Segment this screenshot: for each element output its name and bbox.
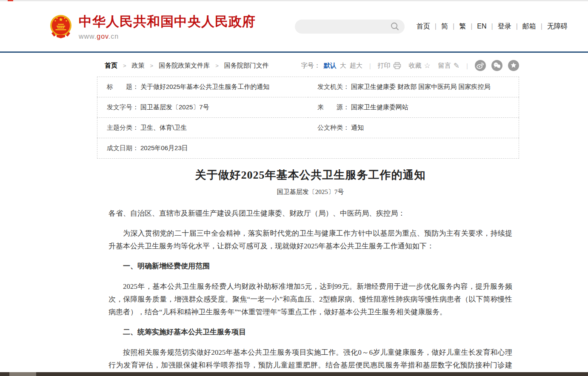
nav-separator: | [453, 23, 454, 30]
print-button[interactable]: 打印 [378, 62, 401, 70]
site-url-www: www. [79, 33, 97, 40]
page-tools: 字号： 默认大超大 | 打印 收藏 ☆ 留言 ✎ | [301, 60, 519, 71]
top-nav-link-3[interactable]: 繁 [459, 22, 466, 31]
breadcrumb-item-4: 国务院部门文件 [224, 62, 269, 70]
meta-value: 国家卫生健康委 财政部 国家中医药局 国家疾控局 [351, 83, 491, 90]
meta-value: 国家卫生健康委网站 [351, 103, 408, 111]
main-content: 首页>政策>国务院政策文件库>国务院部门文件 字号： 默认大超大 | 打印 收藏… [97, 60, 519, 376]
breadcrumb-separator: > [150, 63, 154, 69]
tools-separator: | [466, 62, 468, 69]
meta-value: 2025年06月23日 [140, 144, 188, 151]
top-nav-link-2[interactable]: 简 [441, 22, 448, 31]
meta-row: 成文日期：2025年06月23日 [97, 138, 519, 159]
search-icon[interactable] [390, 22, 400, 31]
paragraph: 为深入贯彻党的二十届三中全会精神，落实新时代党的卫生与健康工作方针中以基层为重点… [108, 227, 512, 253]
breadcrumb-item-2[interactable]: 政策 [132, 62, 145, 70]
nav-separator: | [491, 23, 493, 30]
top-nav-link-1[interactable]: 首页 [417, 22, 430, 31]
meta-row: 发文字号：国卫基层发〔2025〕7号来 源：国家卫生健康委网站 [97, 97, 519, 118]
font-size-label: 字号： [301, 62, 320, 70]
meta-label: 主题分类： [107, 124, 139, 131]
meta-label: 公文种类： [317, 124, 349, 131]
header-right: 首页|简|繁|EN|登录|邮箱|无障碍 [295, 20, 568, 34]
meta-cell: 标 题：关于做好2025年基本公共卫生服务工作的通知 [97, 77, 308, 97]
document-paragraphs: 各省、自治区、直辖市及新疆生产建设兵团卫生健康委、财政厅（局）、中医药局、疾控局… [108, 207, 512, 376]
meta-value: 通知 [351, 124, 364, 131]
scrollbar-thumb[interactable] [9, 372, 36, 376]
top-nav-link-7[interactable]: 无障碍 [547, 22, 568, 31]
search-box[interactable] [295, 20, 405, 34]
weibo-icon[interactable] [475, 60, 486, 71]
paragraph: 按照相关服务规范切实做好2025年基本公共卫生服务项目实施工作。强化0～6岁儿童… [108, 346, 512, 376]
meta-label: 标 题： [107, 83, 139, 90]
meta-value: 国卫基层发〔2025〕7号 [140, 103, 209, 111]
top-progress-strip [0, 0, 588, 1]
meta-cell: 主题分类：卫生、体育\卫生 [97, 118, 308, 138]
top-nav: 首页|简|繁|EN|登录|邮箱|无障碍 [417, 22, 568, 31]
top-nav-link-5[interactable]: 登录 [498, 22, 511, 31]
top-nav-link-4[interactable]: EN [477, 23, 486, 30]
paragraph: 2025年，基本公共卫生服务经费人均财政补助标准增加5元，达到99元。新增经费用… [108, 280, 512, 319]
meta-cell: 来 源：国家卫生健康委网站 [308, 97, 519, 118]
tools-separator: | [369, 62, 371, 69]
nav-separator: | [541, 23, 542, 30]
site-brand[interactable]: 中华人民共和国中央人民政府 www.gov.cn [49, 13, 256, 40]
meta-cell: 公文种类：通知 [308, 118, 519, 138]
paragraph: 各省、自治区、直辖市及新疆生产建设兵团卫生健康委、财政厅（局）、中医药局、疾控局… [108, 207, 512, 220]
progress-tick [8, 0, 13, 1]
site-title: 中华人民共和国中央人民政府 [79, 13, 256, 31]
meta-cell: 发文机关：国家卫生健康委 财政部 国家中医药局 国家疾控局 [308, 77, 519, 97]
breadcrumb-separator: > [123, 63, 126, 69]
font-size-option-1[interactable]: 默认 [324, 62, 337, 69]
section-heading: 一、明确新增经费使用范围 [108, 260, 512, 273]
font-size-option-2[interactable]: 大 [340, 62, 346, 69]
section-heading: 二、统筹实施好基本公共卫生服务项目 [108, 326, 512, 339]
header-divider [0, 51, 588, 53]
nav-separator: | [435, 23, 437, 30]
site-url: www.gov.cn [79, 33, 256, 40]
national-emblem-logo [49, 14, 73, 39]
nav-separator: | [516, 23, 518, 30]
print-label: 打印 [378, 62, 391, 70]
favorite-button[interactable]: 收藏 ☆ [409, 61, 431, 70]
comment-label: 留言 [438, 62, 451, 70]
search-input[interactable] [302, 23, 390, 30]
meta-value: 卫生、体育\卫生 [140, 124, 187, 131]
breadcrumb: 首页>政策>国务院政策文件库>国务院部门文件 [97, 62, 269, 70]
comment-button[interactable]: 留言 ✎ [438, 61, 460, 70]
site-header: 中华人民共和国中央人民政府 www.gov.cn 首页|简|繁|EN|登录|邮箱… [0, 0, 588, 51]
site-url-cn: .cn [108, 33, 119, 40]
meta-label: 成文日期： [107, 144, 139, 151]
meta-value: 关于做好2025年基本公共卫生服务工作的通知 [140, 83, 269, 90]
document-number: 国卫基层发〔2025〕7号 [108, 188, 512, 196]
favorite-label: 收藏 [409, 62, 422, 70]
horizontal-scrollbar[interactable] [0, 372, 588, 376]
font-size-options: 默认大超大 [320, 62, 363, 70]
qzone-icon[interactable] [508, 60, 519, 71]
wechat-icon[interactable] [491, 60, 502, 71]
breadcrumb-item-3[interactable]: 国务院政策文件库 [159, 62, 210, 70]
font-size-option-3[interactable]: 超大 [350, 62, 363, 69]
document-title: 关于做好2025年基本公共卫生服务工作的通知 [108, 168, 512, 182]
document-body: 关于做好2025年基本公共卫生服务工作的通知 国卫基层发〔2025〕7号 各省、… [97, 168, 519, 376]
document-meta-table: 标 题：关于做好2025年基本公共卫生服务工作的通知发文机关：国家卫生健康委 财… [97, 77, 519, 159]
pencil-icon: ✎ [454, 61, 460, 70]
breadcrumb-toolbar-row: 首页>政策>国务院政策文件库>国务院部门文件 字号： 默认大超大 | 打印 收藏… [97, 60, 519, 71]
meta-cell: 成文日期：2025年06月23日 [97, 138, 519, 159]
site-url-gov: gov [97, 33, 108, 40]
breadcrumb-item-1[interactable]: 首页 [105, 62, 117, 70]
meta-label: 来 源： [317, 103, 349, 111]
printer-icon [393, 62, 401, 69]
breadcrumb-separator: > [215, 63, 219, 69]
meta-row: 主题分类：卫生、体育\卫生公文种类：通知 [97, 118, 519, 138]
top-nav-link-6[interactable]: 邮箱 [522, 22, 536, 31]
meta-label: 发文机关： [317, 83, 349, 90]
share-icons [475, 60, 519, 71]
nav-separator: | [471, 23, 472, 30]
brand-text: 中华人民共和国中央人民政府 www.gov.cn [79, 13, 256, 40]
meta-cell: 发文字号：国卫基层发〔2025〕7号 [97, 97, 308, 118]
star-outline-icon: ☆ [424, 61, 431, 70]
meta-row: 标 题：关于做好2025年基本公共卫生服务工作的通知发文机关：国家卫生健康委 财… [97, 77, 519, 97]
meta-label: 发文字号： [107, 103, 139, 111]
